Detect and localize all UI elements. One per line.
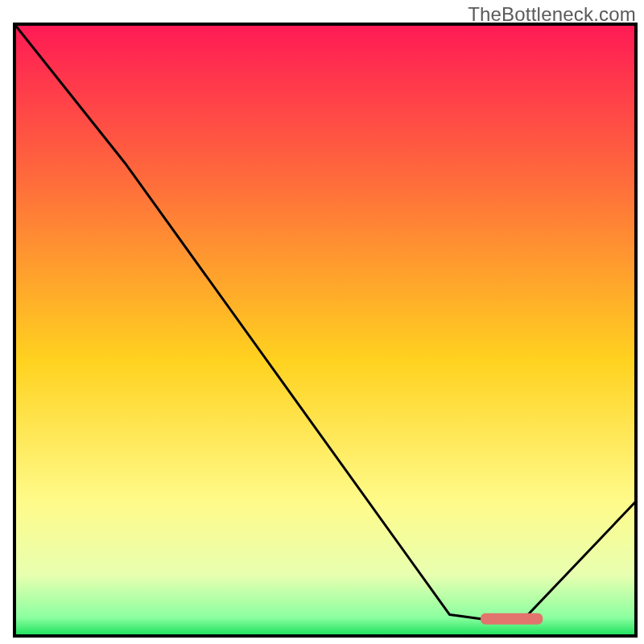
bottleneck-chart bbox=[0, 0, 644, 644]
watermark-text: TheBottleneck.com bbox=[468, 3, 636, 26]
chart-container: TheBottleneck.com bbox=[0, 0, 644, 644]
plateau-marker bbox=[481, 613, 543, 625]
plot-background bbox=[14, 24, 636, 636]
